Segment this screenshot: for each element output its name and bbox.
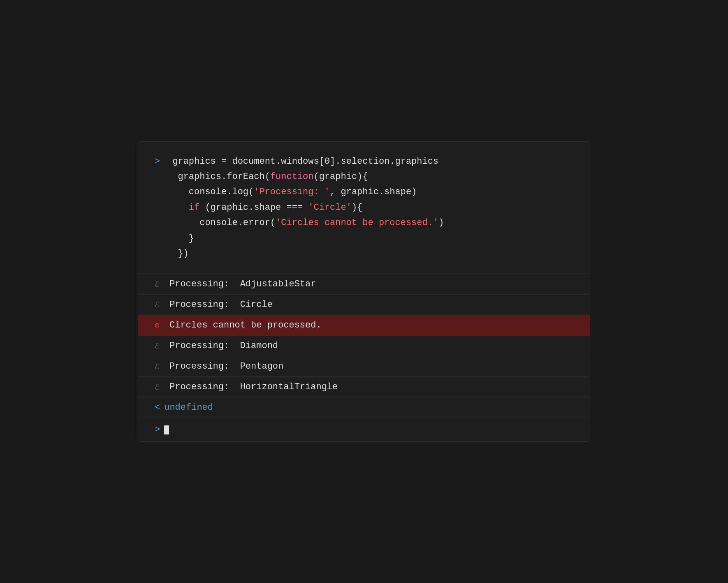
code-body-2b: (graphic){ (313, 169, 368, 184)
log-icon-1: ℰ (155, 280, 163, 289)
code-line-5: console.error('Circles cannot be process… (155, 215, 573, 230)
string-error-msg: 'Circles cannot be processed.' (276, 215, 438, 230)
log-icon-5: ℰ (155, 362, 163, 371)
output-text-1: Processing: AdjustableStar (169, 279, 316, 289)
log-icon-4: ℰ (155, 341, 163, 351)
error-text: Circles cannot be processed. (169, 320, 322, 330)
keyword-function: function (270, 169, 314, 184)
code-line-3: console.log('Processing: ', graphic.shap… (155, 184, 573, 200)
code-line-1: > graphics = document.windows[0].selecti… (155, 154, 573, 169)
keyword-if: if (189, 200, 199, 215)
error-icon: ⊘ (155, 320, 163, 330)
prompt-arrow: > (155, 154, 163, 169)
code-body-7: }) (167, 246, 189, 261)
code-body-6: } (167, 231, 194, 246)
output-text-6: Processing: HorizontalTriangle (169, 382, 338, 392)
output-text-5: Processing: Pentagon (169, 361, 283, 372)
output-section: ℰ Processing: AdjustableStar ℰ Processin… (138, 274, 590, 441)
code-body-5a: console.error( (167, 215, 276, 230)
log-icon-2: ℰ (155, 300, 163, 309)
code-body-4c: ){ (352, 200, 362, 215)
code-line-2: graphics.forEach(function(graphic){ (155, 169, 573, 184)
code-section: > graphics = document.windows[0].selecti… (138, 142, 590, 274)
code-line-7: }) (155, 246, 573, 261)
result-value: undefined (164, 402, 213, 413)
result-arrow: < (155, 402, 160, 413)
code-line-6: } (155, 231, 573, 246)
code-body-3b: , graphic.shape) (330, 184, 417, 200)
string-circle: 'Circle' (308, 200, 352, 215)
output-row-error: ⊘ Circles cannot be processed. (138, 315, 590, 336)
result-row: < undefined (138, 397, 590, 418)
code-body-5b: ) (438, 215, 444, 230)
output-row-6: ℰ Processing: HorizontalTriangle (138, 377, 590, 397)
code-body-1: graphics = document.windows[0].selection… (167, 154, 438, 169)
output-text-4: Processing: Diamond (169, 341, 278, 351)
code-body-4b: (graphic.shape === (199, 200, 308, 215)
console-window: > graphics = document.windows[0].selecti… (138, 141, 590, 442)
output-row-1: ℰ Processing: AdjustableStar (138, 274, 590, 295)
cursor (164, 425, 169, 434)
output-text-2: Processing: Circle (169, 300, 273, 310)
string-processing: 'Processing: ' (254, 184, 330, 200)
log-icon-6: ℰ (155, 383, 163, 392)
output-row-4: ℰ Processing: Diamond (138, 336, 590, 356)
code-body-4a (167, 200, 189, 215)
code-body-2a: graphics.forEach( (167, 169, 270, 184)
code-line-4: if (graphic.shape === 'Circle'){ (155, 200, 573, 215)
output-row-5: ℰ Processing: Pentagon (138, 356, 590, 377)
code-body-3a: console.log( (167, 184, 254, 200)
input-prompt: > (155, 425, 160, 435)
output-row-2: ℰ Processing: Circle (138, 295, 590, 315)
input-row[interactable]: > (138, 418, 590, 441)
